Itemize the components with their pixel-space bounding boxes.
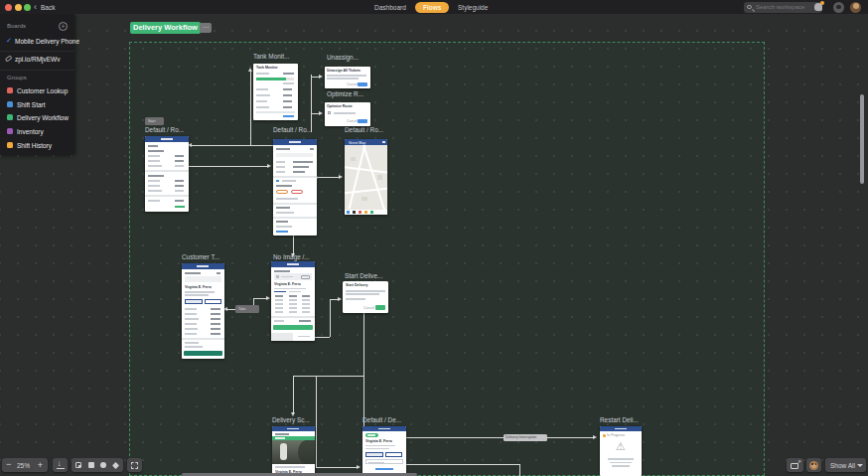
sidebar-item-group[interactable]: Inventory — [17, 128, 44, 135]
window-minimize-button[interactable] — [15, 4, 22, 11]
screen-thumbnail-no-image[interactable]: Virginia E. Ferro — [271, 261, 315, 341]
screen-label[interactable]: Unassign... — [327, 54, 359, 61]
dot-bar — [276, 180, 279, 182]
flow-tag-start[interactable]: Start — [145, 117, 164, 125]
screen-label[interactable]: Default / Ro... — [145, 126, 184, 133]
flow-tag-delivery-interruption[interactable]: Delivery Interruption — [504, 434, 547, 441]
flow-tag-tabs[interactable]: Tabs — [235, 305, 259, 313]
skeleton-bar — [283, 94, 292, 96]
group-title-badge[interactable]: Delivery Workflow — [130, 22, 201, 34]
vertical-scrollbar[interactable] — [860, 94, 864, 184]
zoom-level[interactable]: 25% — [17, 462, 30, 469]
screen-thumbnail-customer-tabs[interactable]: Virginia E. Ferro — [182, 263, 224, 359]
delivery-photo-image — [272, 440, 315, 464]
skeleton-bar — [310, 148, 314, 150]
shape-diamond-button[interactable] — [111, 461, 118, 468]
help-icon[interactable] — [833, 2, 844, 13]
workspace-search[interactable] — [744, 2, 822, 13]
screen-thumbnail-tank-monitor[interactable]: Tank Monitor — [253, 64, 298, 120]
zoom-in-button[interactable]: + — [38, 460, 43, 470]
tab-dashboard[interactable]: Dashboard — [374, 4, 406, 11]
skeleton-bar — [289, 295, 297, 297]
marquee-select-button[interactable] — [127, 458, 142, 472]
group-more-button[interactable]: ⋯ — [200, 23, 212, 33]
group-color-swatch — [7, 87, 13, 93]
no-image-placeholder — [274, 273, 312, 280]
search-input[interactable] — [756, 2, 819, 12]
horizontal-scrollbar[interactable] — [182, 473, 417, 476]
connector-line — [293, 376, 363, 377]
sidebar-item-group[interactable]: Customer Lookup — [17, 87, 68, 94]
sidebar-item-group[interactable]: Shift History — [17, 142, 52, 149]
back-button[interactable]: Back — [41, 4, 55, 11]
screen-thumbnail-unassign-dialog[interactable]: Unassign All Tickets Cancel — [325, 67, 370, 88]
skeleton-bar — [185, 333, 197, 335]
screen-label[interactable]: Delivery Sc... — [272, 416, 310, 423]
skeleton-bar — [346, 293, 379, 295]
skeleton-bar — [302, 295, 310, 297]
arrowhead-icon — [267, 164, 271, 168]
screen-label[interactable]: Tank Monit... — [253, 53, 289, 60]
screen-thumbnail-route-list[interactable] — [145, 136, 189, 212]
window-close-button[interactable] — [5, 4, 12, 11]
arrowhead-icon — [357, 465, 361, 469]
divider — [273, 203, 317, 205]
user-avatar[interactable] — [850, 2, 861, 13]
propane-tank — [280, 443, 287, 460]
snapshot-export-button[interactable]: ↗ — [787, 458, 803, 472]
skeleton-bar — [148, 150, 164, 152]
screen-thumbnail-restart-delivery[interactable]: In Progress ⚠ — [600, 426, 642, 476]
screen-label[interactable]: Customer T... — [182, 253, 219, 260]
screen-thumbnail-start-delivery-dialog[interactable]: Start Delivery Cancel — [343, 281, 388, 313]
shape-square-outline-button[interactable] — [75, 462, 81, 468]
sidebar-item-group[interactable]: Shift Start — [17, 101, 46, 108]
screen-label[interactable]: Start Delive... — [345, 272, 382, 279]
tab-flows[interactable]: Flows — [415, 2, 449, 13]
connector-line — [316, 177, 339, 178]
skeleton-bar — [211, 318, 220, 320]
skeleton-bar — [302, 299, 310, 301]
screen-label[interactable]: Default / De... — [362, 416, 401, 423]
skeleton-bar — [276, 198, 298, 200]
shape-square-button[interactable] — [88, 462, 94, 468]
app-header — [145, 136, 189, 142]
skeleton-bar — [276, 166, 285, 168]
skeleton-bar — [274, 270, 290, 272]
connector-line — [316, 376, 317, 467]
screen-thumbnail-street-map[interactable]: Street Map — [345, 139, 387, 215]
sidebar-item-board[interactable]: Mobile Delivery Phone — [15, 38, 79, 45]
zoom-out-button[interactable]: − — [6, 459, 11, 469]
screen-thumbnail-delivery-photo[interactable]: Virginia E. Ferro — [272, 426, 315, 476]
connector-line — [189, 166, 267, 167]
screen-thumbnail-route-detail[interactable] — [273, 139, 317, 236]
export-arrow-icon: ↗ — [796, 458, 801, 465]
window-zoom-button[interactable] — [24, 4, 31, 11]
show-all-dropdown[interactable]: Show All — [825, 458, 866, 472]
screen-thumbnail-optimize-dialog[interactable]: Optimize Route Cancel — [325, 102, 370, 126]
flow-canvas[interactable]: Delivery Workflow ⋯ — [0, 14, 868, 476]
skeleton-bar — [185, 342, 199, 344]
skeleton-bar — [185, 328, 198, 330]
connector-line — [250, 70, 251, 145]
screen-label[interactable]: Default / Ro... — [273, 126, 312, 133]
link-bar — [375, 468, 393, 470]
screen-label[interactable]: No Image /... — [273, 253, 310, 260]
connector-line — [190, 145, 273, 146]
screen-label[interactable]: Restart Deli... — [600, 416, 639, 423]
export-board-button[interactable]: ↓ — [53, 458, 68, 472]
sidebar-item-share-link[interactable]: zpl.io/RMjvEWv — [15, 56, 61, 63]
screen-label[interactable]: Default / Ro... — [345, 126, 383, 133]
shape-circle-button[interactable] — [100, 462, 106, 468]
skeleton-bar — [275, 299, 283, 301]
screen-thumbnail-delivery-complete[interactable]: Virginia E. Ferro — [362, 426, 406, 476]
skeleton-bar — [276, 226, 292, 228]
tab-styleguide[interactable]: Styleguide — [458, 4, 488, 11]
screen-label[interactable]: Optimize R... — [327, 90, 363, 97]
reactions-button[interactable] — [806, 458, 821, 472]
notifications-bell-icon[interactable] — [814, 3, 822, 11]
add-board-button[interactable]: + — [59, 22, 68, 31]
sidebar-item-group[interactable]: Delivery Workflow — [17, 114, 69, 121]
zoom-control: − 25% + — [2, 458, 48, 472]
skeleton-bar — [148, 190, 162, 192]
arrowhead-icon — [319, 111, 323, 115]
